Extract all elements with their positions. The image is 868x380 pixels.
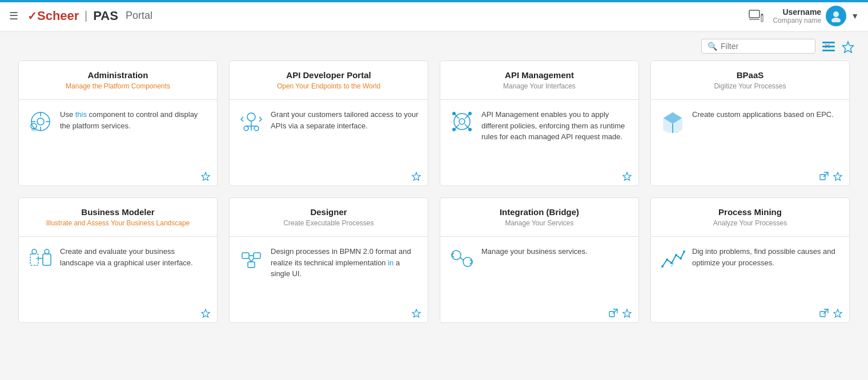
svg-point-19 xyxy=(247,113,255,121)
card-header-business-modeler: Business Modeler Illustrate and Assess Y… xyxy=(19,198,217,237)
favorite-icon-integration-bridge[interactable] xyxy=(622,308,632,318)
svg-rect-6 xyxy=(822,42,835,43)
svg-marker-55 xyxy=(412,309,420,317)
svg-point-4 xyxy=(833,11,839,17)
svg-rect-17 xyxy=(31,128,36,131)
card-icon-api-management xyxy=(449,109,475,134)
svg-point-21 xyxy=(244,126,248,131)
favorite-icon-api-management[interactable] xyxy=(622,171,632,181)
filter-input-wrap: 🔍 ✕ xyxy=(701,39,815,54)
card-api-management[interactable]: API Management Manage Your Interfaces AP… xyxy=(440,60,639,186)
svg-point-32 xyxy=(452,112,456,115)
card-header-designer: Designer Create Executable Processes xyxy=(230,198,428,237)
svg-point-61 xyxy=(661,265,664,268)
card-footer-bpaas xyxy=(651,166,849,185)
card-footer-designer xyxy=(230,303,428,322)
filter-input[interactable] xyxy=(721,42,821,51)
svg-point-45 xyxy=(32,249,37,254)
logo: ✓Scheer | PAS Portal xyxy=(27,9,152,23)
monitor-icon[interactable] xyxy=(749,9,763,23)
user-name: Username xyxy=(773,7,821,17)
svg-point-63 xyxy=(670,262,673,264)
svg-marker-18 xyxy=(202,172,210,180)
external-link-icon[interactable] xyxy=(819,308,829,318)
svg-rect-44 xyxy=(43,254,51,265)
card-api-developer-portal[interactable]: API Developer Portal Open Your Endpoints… xyxy=(229,60,428,186)
card-title-bpaas: BPaaS xyxy=(660,70,840,80)
user-avatar[interactable] xyxy=(826,6,846,26)
external-link-icon[interactable] xyxy=(609,308,618,318)
card-desc-api-developer-portal: Grant your customers tailored access to … xyxy=(271,109,419,131)
card-designer[interactable]: Designer Create Executable Processes Des… xyxy=(229,197,428,323)
card-body-api-management: API Management enables you to apply diff… xyxy=(440,100,638,166)
card-header-administration: Administration Manage the Platform Compo… xyxy=(19,61,217,100)
card-desc-api-management: API Management enables you to apply diff… xyxy=(481,109,629,143)
card-title-administration: Administration xyxy=(28,70,208,80)
card-title-designer: Designer xyxy=(239,207,419,217)
filter-bar: 🔍 ✕ xyxy=(0,32,868,60)
svg-marker-70 xyxy=(834,309,842,317)
svg-marker-9 xyxy=(843,42,854,52)
svg-rect-0 xyxy=(749,10,760,18)
user-info: Username Company name xyxy=(773,7,821,25)
card-title-process-mining: Process Mining xyxy=(660,207,840,217)
card-body-designer: Design processes in BPMN 2.0 format and … xyxy=(230,237,428,303)
card-icon-process-mining xyxy=(660,246,685,271)
svg-line-53 xyxy=(251,258,254,262)
card-body-api-developer-portal: Grant your customers tailored access to … xyxy=(230,100,428,166)
favorite-icon-administration[interactable] xyxy=(201,171,210,181)
svg-marker-36 xyxy=(623,172,631,180)
logo-brand: ✓Scheer xyxy=(27,9,79,23)
favorite-icon-designer[interactable] xyxy=(412,308,421,318)
topbar-accent xyxy=(0,0,868,2)
card-subtitle-process-mining: Analyze Your Processes xyxy=(660,219,840,227)
svg-marker-60 xyxy=(623,309,631,317)
card-body-process-mining: Dig into problems, find possible causes … xyxy=(651,237,849,303)
svg-rect-8 xyxy=(822,50,835,51)
card-header-integration-bridge: Integration (Bridge) Manage Your Service… xyxy=(440,198,638,237)
svg-line-52 xyxy=(249,258,251,262)
list-view-icon[interactable] xyxy=(822,40,835,53)
topbar: ☰ ✓Scheer | PAS Portal Username Company … xyxy=(0,0,868,32)
svg-point-34 xyxy=(452,128,456,131)
card-footer-administration xyxy=(19,166,217,185)
hamburger-icon[interactable]: ☰ xyxy=(9,10,18,22)
card-integration-bridge[interactable]: Integration (Bridge) Manage Your Service… xyxy=(440,197,639,323)
card-subtitle-api-management: Manage Your Interfaces xyxy=(449,82,629,90)
card-desc-designer: Design processes in BPMN 2.0 format and … xyxy=(271,246,419,280)
svg-rect-3 xyxy=(761,14,763,15)
favorite-icon-business-modeler[interactable] xyxy=(201,308,210,318)
favorite-icon-process-mining[interactable] xyxy=(833,308,842,318)
card-administration[interactable]: Administration Manage the Platform Compo… xyxy=(18,60,218,186)
logo-separator: | xyxy=(81,9,87,22)
card-bpaas[interactable]: BPaaS Digitize Your Processes Create cus… xyxy=(650,60,850,186)
card-process-mining[interactable]: Process Mining Analyze Your Processes Di… xyxy=(650,197,850,323)
card-header-process-mining: Process Mining Analyze Your Processes xyxy=(651,198,849,237)
topbar-right: Username Company name ▼ xyxy=(749,6,859,26)
svg-rect-51 xyxy=(248,262,255,268)
card-desc-business-modeler: Create and evaluate your business landsc… xyxy=(60,246,208,268)
svg-rect-43 xyxy=(30,254,38,265)
favorite-icon-api-developer-portal[interactable] xyxy=(412,171,421,181)
svg-point-57 xyxy=(463,257,472,266)
card-footer-api-developer-portal xyxy=(230,166,428,185)
card-body-administration: Use this component to control and displa… xyxy=(19,100,217,166)
card-header-bpaas: BPaaS Digitize Your Processes xyxy=(651,61,849,100)
svg-rect-2 xyxy=(761,15,763,22)
star-filter-icon[interactable] xyxy=(842,39,854,53)
card-header-api-management: API Management Manage Your Interfaces xyxy=(440,61,638,100)
svg-marker-42 xyxy=(834,172,842,180)
favorite-icon-bpaas[interactable] xyxy=(833,171,842,181)
card-footer-integration-bridge xyxy=(440,303,638,322)
logo-pas: PAS xyxy=(90,9,118,23)
logo-portal: Portal xyxy=(123,10,152,22)
svg-point-64 xyxy=(675,254,677,256)
card-business-modeler[interactable]: Business Modeler Illustrate and Assess Y… xyxy=(18,197,218,323)
card-footer-business-modeler xyxy=(19,303,217,322)
card-footer-process-mining xyxy=(651,303,849,322)
svg-point-65 xyxy=(680,257,682,260)
external-link-icon[interactable] xyxy=(819,171,829,181)
dropdown-arrow-icon[interactable]: ▼ xyxy=(851,11,859,21)
svg-point-56 xyxy=(452,250,461,260)
card-subtitle-administration: Manage the Platform Components xyxy=(28,82,208,90)
